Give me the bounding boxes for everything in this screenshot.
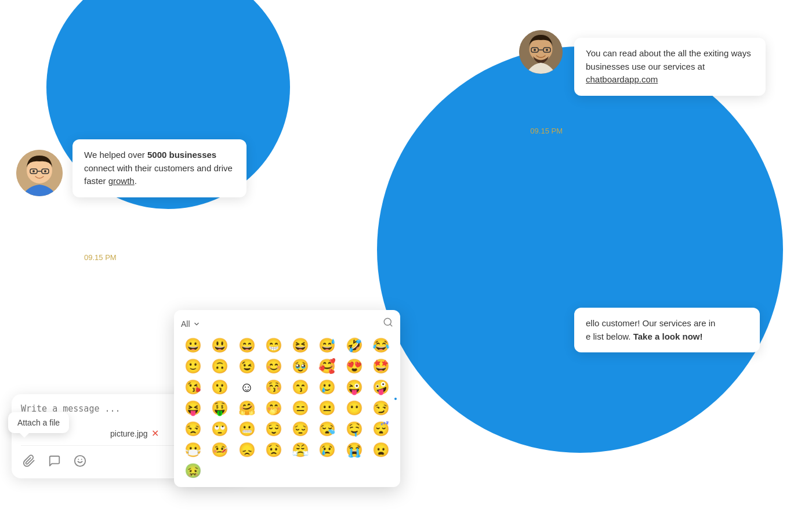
chat-bubble-left: We helped over 5000 businesses connect w… [72, 139, 246, 197]
emoji-item[interactable]: 😀 [181, 336, 205, 355]
emoji-item[interactable]: 😐 [315, 399, 339, 417]
attach-icon[interactable] [21, 453, 37, 469]
svg-point-12 [534, 49, 536, 51]
emoji-picker: All 😀😃😄😁😆😅🤣😂🙂🙃😉😊🥹🥰😍🤩😘😗☺️😚😙🥲😜🤪😝🤑🤗🤭😑😐😶😏😒🙄😬… [174, 310, 400, 487]
svg-point-13 [546, 49, 548, 51]
svg-line-18 [390, 324, 392, 326]
emoji-item[interactable]: 😁 [262, 336, 286, 355]
emoji-item[interactable]: 😙 [288, 378, 313, 397]
avatar-left [16, 150, 63, 196]
emoji-item[interactable]: 🤤 [342, 420, 367, 438]
emoji-item[interactable]: 😔 [288, 420, 313, 438]
emoji-icon[interactable] [72, 453, 88, 469]
svg-point-5 [32, 170, 35, 172]
emoji-item[interactable]: 😷 [181, 441, 205, 459]
avatar-right [519, 30, 563, 74]
emoji-item[interactable]: 😉 [235, 357, 259, 376]
bubble-left-text: We helped over 5000 businesses connect w… [84, 150, 233, 186]
emoji-picker-header: All [181, 317, 393, 330]
emoji-item[interactable]: 😦 [369, 441, 393, 459]
emoji-item[interactable]: 🤭 [262, 399, 286, 417]
emoji-item[interactable]: 🤢 [181, 462, 205, 480]
emoji-item[interactable]: 🤣 [342, 336, 367, 355]
attached-file: picture.jpg ✕ [110, 428, 159, 439]
chat-bubble-right-bottom: ello customer! Our services are ine list… [574, 308, 760, 352]
emoji-item[interactable]: 😃 [208, 336, 232, 355]
emoji-item[interactable]: 😏 [369, 399, 393, 417]
bubble-right-bottom-text: ello customer! Our services are ine list… [586, 318, 715, 341]
filename: picture.jpg [110, 429, 148, 438]
timestamp-right: 09.15 PM [530, 127, 563, 135]
emoji-item[interactable]: 😬 [235, 420, 259, 438]
emoji-item[interactable]: 😒 [181, 420, 205, 438]
emoji-item[interactable]: 😶 [342, 399, 367, 417]
emoji-category-dropdown[interactable]: All [181, 319, 201, 329]
emoji-item[interactable]: 🤪 [369, 378, 393, 397]
chat-bubble-right-top: You can read about the all the exiting w… [574, 38, 766, 96]
remove-file-button[interactable]: ✕ [151, 428, 159, 439]
emoji-item[interactable]: 😗 [208, 378, 232, 397]
emoji-item[interactable]: 🤒 [208, 441, 232, 459]
emoji-item[interactable]: 😢 [315, 441, 339, 459]
emoji-item[interactable]: 😍 [342, 357, 367, 376]
emoji-item[interactable]: 😪 [315, 420, 339, 438]
chat-icon[interactable] [46, 453, 63, 469]
emoji-item[interactable]: 🙄 [208, 420, 232, 438]
emoji-item[interactable]: 🙂 [181, 357, 205, 376]
emoji-item[interactable]: 😄 [235, 336, 259, 355]
emoji-item[interactable]: 😂 [369, 336, 393, 355]
emoji-item[interactable]: 😴 [369, 420, 393, 438]
attach-tooltip: Attach a file [8, 412, 69, 433]
timestamp-left: 09.15 PM [84, 253, 117, 262]
emoji-item[interactable]: 🥲 [315, 378, 339, 397]
emoji-grid: 😀😃😄😁😆😅🤣😂🙂🙃😉😊🥹🥰😍🤩😘😗☺️😚😙🥲😜🤪😝🤑🤗🤭😑😐😶😏😒🙄😬😌😔😪🤤… [181, 336, 393, 480]
emoji-item[interactable]: 😘 [181, 378, 205, 397]
svg-point-14 [75, 456, 85, 466]
emoji-item[interactable]: 🥹 [288, 357, 313, 376]
svg-point-6 [44, 170, 46, 172]
emoji-item[interactable]: 😅 [315, 336, 339, 355]
emoji-item[interactable]: 😞 [235, 441, 259, 459]
emoji-category-label: All [181, 319, 190, 329]
emoji-item[interactable]: 😊 [262, 357, 286, 376]
emoji-item[interactable]: 🤑 [208, 399, 232, 417]
bubble-right-text: You can read about the all the exiting w… [586, 48, 751, 84]
scroll-indicator [394, 398, 397, 400]
emoji-item[interactable]: 🙃 [208, 357, 232, 376]
emoji-item[interactable]: 😤 [288, 441, 313, 459]
emoji-item[interactable]: ☺️ [235, 378, 259, 397]
emoji-item[interactable]: 😌 [262, 420, 286, 438]
main-scene: We helped over 5000 businesses connect w… [0, 0, 812, 519]
emoji-item[interactable]: 🥰 [315, 357, 339, 376]
tooltip-label: Attach a file [17, 418, 60, 427]
emoji-item[interactable]: 😆 [288, 336, 313, 355]
emoji-item[interactable]: 😚 [262, 378, 286, 397]
emoji-item[interactable]: 😝 [181, 399, 205, 417]
emoji-search-icon[interactable] [383, 317, 393, 330]
emoji-item[interactable]: 😭 [342, 441, 367, 459]
emoji-item[interactable]: 😜 [342, 378, 367, 397]
emoji-item[interactable]: 🤩 [369, 357, 393, 376]
decorative-circle-right [377, 46, 783, 453]
emoji-item[interactable]: 🤗 [235, 399, 259, 417]
emoji-item[interactable]: 😑 [288, 399, 313, 417]
emoji-item[interactable]: 😟 [262, 441, 286, 459]
